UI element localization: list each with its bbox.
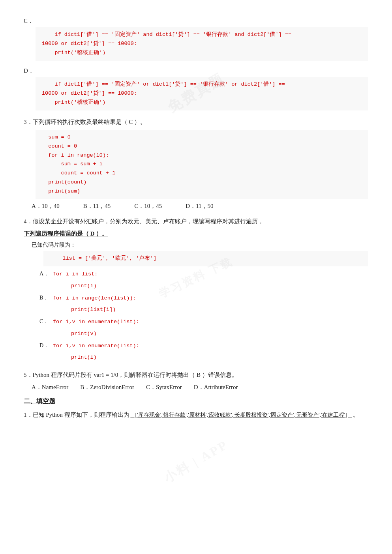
section-c-block: C． if dict1['借'] == '固定资产' and dict1['贷'…	[24, 17, 368, 61]
fill-q1-answer: ['库存现金','银行存款','原材料','应收账款','长期股权投资','固定…	[135, 412, 347, 418]
q5-option-b: B．ZeroDivisionError	[80, 384, 134, 391]
q3-code: sum = 0 count = 0 for i in range(10): su…	[36, 130, 368, 200]
q4-opt-a-label: A．	[39, 268, 51, 280]
fill-q1-block: 1．已知 Python 程序如下，则程序输出为＿['库存现金','银行存款','…	[24, 410, 368, 420]
q4-opt-d-sub: print(i)	[39, 352, 368, 363]
q3-option-b: B．11，45	[83, 202, 111, 210]
q4-opt-b-label: B．	[39, 292, 51, 304]
q5-option-d: D．AttributeError	[194, 384, 238, 391]
q4-opt-a-code2: print(i)	[71, 280, 368, 292]
q4-option-c-row: C． for i,v in enumerate(list):	[39, 316, 368, 328]
q4-option-b-row: B． for i in range(len(list)):	[39, 292, 368, 304]
q4-opt-b-sub: print(list[i])	[39, 304, 368, 316]
q4-known: 已知代码片段为：	[32, 241, 368, 249]
q4-opt-b-code2: print(list[i])	[71, 304, 368, 316]
q4-opt-c-code2: print(v)	[71, 328, 368, 340]
fill-q1-text-after: ＿。	[347, 412, 359, 418]
q4-opt-d-code1: for i,v in enumerate(list):	[53, 340, 139, 352]
q4-option-a-row: A． for i in list:	[39, 268, 368, 280]
q4-opt-a-sub: print(i)	[39, 280, 368, 292]
q4-options-list: A． for i in list: print(i) B． for i in r…	[39, 268, 368, 363]
q5-options-row: A．NameError B．ZeroDivisionError C．SytaxE…	[32, 384, 368, 391]
section-c-label: C．	[24, 17, 368, 25]
q5-option-a: A．NameError	[32, 384, 68, 391]
q3-option-a: A．10，40	[32, 202, 60, 210]
q4-opt-d-code2: print(i)	[71, 352, 368, 363]
watermark-line-3: 小料 | APP	[161, 436, 231, 487]
section-c-code: if dict1['借'] == '固定资产' and dict1['贷'] =…	[36, 27, 368, 61]
question-5-block: 5．Python 程序代码片段有 var1 = 1/0，则解释器在运行时将抛出（…	[24, 370, 368, 391]
question-4-block: 4．假设某企业开设有外汇账户，分别为欧元、美元、卢布账户，现编写程序对其进行遍历…	[24, 216, 368, 363]
q4-opt-b-code1: for i in range(len(list)):	[53, 292, 136, 304]
q4-option-d-row: D． for i,v in enumerate(list):	[39, 340, 368, 352]
section-d-block: D． if dict1['借'] == '固定资产' or dict1['贷']…	[24, 67, 368, 110]
q4-text: 4．假设某企业开设有外汇账户，分别为欧元、美元、卢布账户，现编写程序对其进行遍历…	[24, 216, 368, 227]
q3-options-row: A．10，40 B．11，45 C．10，45 D．11，50	[32, 202, 368, 210]
q4-opt-c-code1: for i,v in enumerate(list):	[53, 316, 139, 328]
q3-option-d: D．11，50	[186, 202, 213, 210]
q5-option-c: C．SytaxError	[146, 384, 182, 391]
q4-opt-c-sub: print(v)	[39, 328, 368, 340]
q4-opt-a-code1: for i in list:	[53, 268, 98, 280]
q3-option-c: C．10，45	[134, 202, 162, 210]
section2-title: 二、填空题	[24, 397, 368, 406]
q4-list-code: list = ['美元', '欧元', '卢布']	[43, 251, 368, 266]
section-2-block: 二、填空题 1．已知 Python 程序如下，则程序输出为＿['库存现金','银…	[24, 397, 368, 420]
q4-opt-c-label: C．	[39, 316, 51, 328]
q5-text: 5．Python 程序代码片段有 var1 = 1/0，则解释器在运行时将抛出（…	[24, 370, 368, 380]
section-d-code: if dict1['借'] == '固定资产' or dict1['贷'] ==…	[36, 77, 368, 110]
fill-q1-text-before: 1．已知 Python 程序如下，则程序输出为＿	[24, 412, 135, 418]
q4-sub-text: 下列遍历程序错误的是（ D ）。	[24, 228, 368, 239]
section-d-label: D．	[24, 67, 368, 75]
q3-text: 3．下列循环的执行次数及最终结果是（ C ）。	[24, 117, 368, 127]
question-3-block: 3．下列循环的执行次数及最终结果是（ C ）。 sum = 0 count = …	[24, 117, 368, 210]
fill-q1-text: 1．已知 Python 程序如下，则程序输出为＿['库存现金','银行存款','…	[24, 410, 368, 420]
q4-opt-d-label: D．	[39, 340, 51, 352]
